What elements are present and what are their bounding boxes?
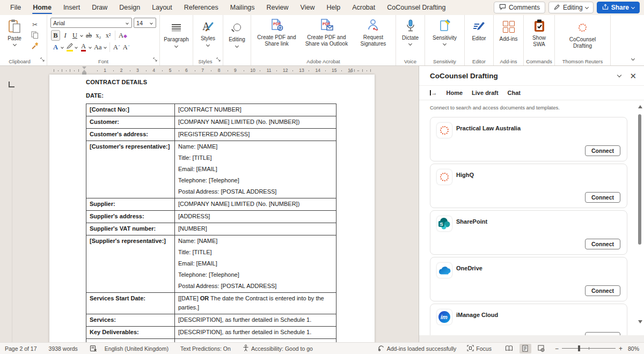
- create-pdf-share-link-button[interactable]: PDF Create PDF and Share link: [253, 17, 300, 57]
- task-pane-scrollbar[interactable]: [638, 105, 642, 331]
- row-value-cell[interactable]: [CONTRACT NUMBER]: [175, 104, 336, 116]
- collapse-pane-icon[interactable]: →: [430, 90, 437, 96]
- share-button[interactable]: Share: [597, 2, 640, 13]
- row-value-cell[interactable]: [NUMBER]: [175, 223, 336, 235]
- table-row[interactable]: [Supplier's representative:]Name: [NAME]…: [86, 235, 336, 293]
- row-value-cell[interactable]: [DESCRIPTION], as further detailed in Sc…: [175, 327, 336, 339]
- zoom-slider[interactable]: [562, 345, 616, 351]
- menu-tab-references[interactable]: References: [178, 0, 224, 15]
- connect-button[interactable]: Connect: [585, 285, 620, 296]
- task-pane-collapse-chevron[interactable]: [617, 73, 621, 77]
- editor-button[interactable]: Editor: [467, 17, 491, 42]
- row-value-cell[interactable]: [COMPANY NAME] LIMITED (No. [NUMBER]): [175, 116, 336, 129]
- table-row[interactable]: Customer:[COMPANY NAME] LIMITED (No. [NU…: [86, 116, 336, 129]
- row-value-cell[interactable]: [REGISTERED ADDRESS]: [175, 129, 336, 141]
- menu-tab-mailings[interactable]: Mailings: [224, 0, 261, 15]
- cocounsel-drafting-button[interactable]: CoCounsel Drafting: [557, 17, 608, 49]
- underline-button[interactable]: U: [70, 30, 79, 41]
- strikethrough-button[interactable]: ab: [84, 30, 93, 41]
- date-heading[interactable]: DATE:: [86, 92, 375, 99]
- connect-button[interactable]: Connect: [585, 239, 620, 249]
- row-label-cell[interactable]: Supplier's address:: [86, 211, 175, 223]
- font-name-combobox[interactable]: Arial: [50, 18, 132, 28]
- row-value-cell[interactable]: Name: [NAME]Title: [TITLE]Email: [EMAIL]…: [175, 235, 336, 293]
- table-row[interactable]: Supplier:[COMPANY NAME] LIMITED (No. [NU…: [86, 198, 336, 211]
- row-value-cell[interactable]: [COMPANY NAME] LIMITED (No. [NUMBER]): [175, 198, 336, 211]
- addins-button[interactable]: Add-ins: [496, 17, 521, 42]
- table-row[interactable]: Services:[DESCRIPTION], as further detai…: [86, 314, 336, 327]
- addins-status[interactable]: Add-ins loaded successfully: [378, 345, 457, 352]
- scroll-down-arrow-icon[interactable]: [638, 320, 642, 323]
- web-layout-view-button[interactable]: [536, 344, 547, 353]
- tab-chat[interactable]: Chat: [508, 90, 521, 96]
- row-label-cell[interactable]: Services:: [86, 314, 175, 327]
- right-indent-marker[interactable]: [348, 70, 352, 72]
- zoom-in-button[interactable]: +: [619, 345, 623, 352]
- first-line-indent-marker[interactable]: [82, 67, 86, 69]
- menu-tab-home[interactable]: Home: [27, 0, 57, 15]
- styles-dialog-launcher[interactable]: [216, 55, 221, 64]
- menu-tab-insert[interactable]: Insert: [57, 0, 86, 15]
- row-label-cell[interactable]: Supplier's VAT number:: [86, 223, 175, 235]
- table-row[interactable]: Services Start Date:[[DATE] OR The date …: [86, 293, 336, 314]
- zoom-out-button[interactable]: −: [555, 345, 559, 352]
- horizontal-ruler[interactable]: 12345678910111213141516: [0, 66, 419, 75]
- connect-button[interactable]: Connect: [585, 192, 620, 203]
- row-label-cell[interactable]: Supplier:: [86, 198, 175, 211]
- connect-button[interactable]: Connect: [585, 145, 620, 156]
- scrollbar-thumb[interactable]: [638, 114, 641, 245]
- menu-tab-cocounsel-drafting[interactable]: CoCounsel Drafting: [381, 0, 451, 15]
- row-label-cell[interactable]: Customer:: [86, 116, 175, 129]
- row-label-cell[interactable]: [Supplier's representative:]: [86, 235, 175, 293]
- tab-stop-selector[interactable]: [9, 82, 14, 87]
- copy-button[interactable]: [30, 32, 40, 40]
- read-mode-view-button[interactable]: [503, 344, 515, 353]
- print-layout-view-button[interactable]: [519, 344, 531, 353]
- row-label-cell[interactable]: Key Deliverables:: [86, 327, 175, 339]
- row-value-cell[interactable]: [DESCRIPTION], as further detailed in Sc…: [175, 314, 336, 327]
- row-label-cell[interactable]: Customer's address:: [86, 129, 175, 141]
- menu-tab-design[interactable]: Design: [113, 0, 146, 15]
- zoom-level-indicator[interactable]: 80%: [628, 345, 639, 352]
- clipboard-dialog-launcher[interactable]: [40, 55, 45, 64]
- page-indicator[interactable]: Page 2 of 17: [5, 345, 37, 352]
- table-row[interactable]: Supplier's VAT number:[NUMBER]: [86, 223, 336, 235]
- menu-tab-review[interactable]: Review: [261, 0, 295, 15]
- shrink-font-button[interactable]: Aˇ: [122, 42, 131, 53]
- paragraph-button[interactable]: Paragraph: [162, 17, 191, 47]
- scroll-up-arrow-icon[interactable]: [638, 105, 642, 108]
- language-indicator[interactable]: English (United Kingdom): [105, 345, 169, 352]
- tab-home[interactable]: Home: [447, 90, 463, 96]
- contract-details-table[interactable]: [Contract No:][CONTRACT NUMBER]Customer:…: [86, 104, 336, 342]
- proofing-status-icon[interactable]: [90, 345, 97, 352]
- row-label-cell[interactable]: Services Start Date:: [86, 293, 175, 314]
- cut-button[interactable]: ✂: [30, 20, 40, 28]
- row-value-cell[interactable]: [ADDRESS]: [175, 211, 336, 223]
- row-value-cell[interactable]: [[DATE] OR The date the Contract is ente…: [175, 293, 336, 314]
- zoom-slider-thumb[interactable]: [578, 345, 580, 351]
- request-signatures-button[interactable]: Request Signatures: [353, 17, 393, 57]
- menu-tab-layout[interactable]: Layout: [146, 0, 178, 15]
- row-label-cell[interactable]: [Customer's representative:]: [86, 141, 175, 198]
- collapse-ribbon-chevron[interactable]: [631, 57, 635, 61]
- menu-tab-view[interactable]: View: [295, 0, 321, 15]
- word-count[interactable]: 3938 words: [49, 345, 78, 352]
- dictate-button[interactable]: Dictate: [398, 17, 422, 45]
- menu-tab-help[interactable]: Help: [320, 0, 346, 15]
- document-content[interactable]: CONTRACT DETAILS DATE: [Contract No:][CO…: [49, 75, 375, 342]
- text-effects-button[interactable]: A: [51, 42, 60, 53]
- menu-tab-acrobat[interactable]: Acrobat: [346, 0, 381, 15]
- document-page[interactable]: CONTRACT DETAILS DATE: [Contract No:][CO…: [49, 75, 375, 342]
- clear-formatting-button[interactable]: A◆: [118, 30, 128, 41]
- create-pdf-share-outlook-button[interactable]: PDF Create PDF and Share via Outlook: [300, 17, 353, 57]
- subscript-button[interactable]: x₂: [94, 30, 103, 41]
- task-pane-close-icon[interactable]: ✕: [630, 72, 636, 80]
- menu-tab-file[interactable]: File: [4, 0, 27, 15]
- paste-button[interactable]: Paste: [2, 17, 27, 57]
- table-row[interactable]: Customer's address:[REGISTERED ADDRESS]: [86, 129, 336, 141]
- table-row[interactable]: Supplier's address:[ADDRESS]: [86, 211, 336, 223]
- row-label-cell[interactable]: [Contract No:]: [86, 104, 175, 116]
- underline-options-chevron[interactable]: [80, 34, 83, 37]
- row-value-cell[interactable]: Name: [NAME]Title: [TITLE]Email: [EMAIL]…: [175, 141, 336, 198]
- tab-live-draft[interactable]: Live draft: [472, 90, 499, 96]
